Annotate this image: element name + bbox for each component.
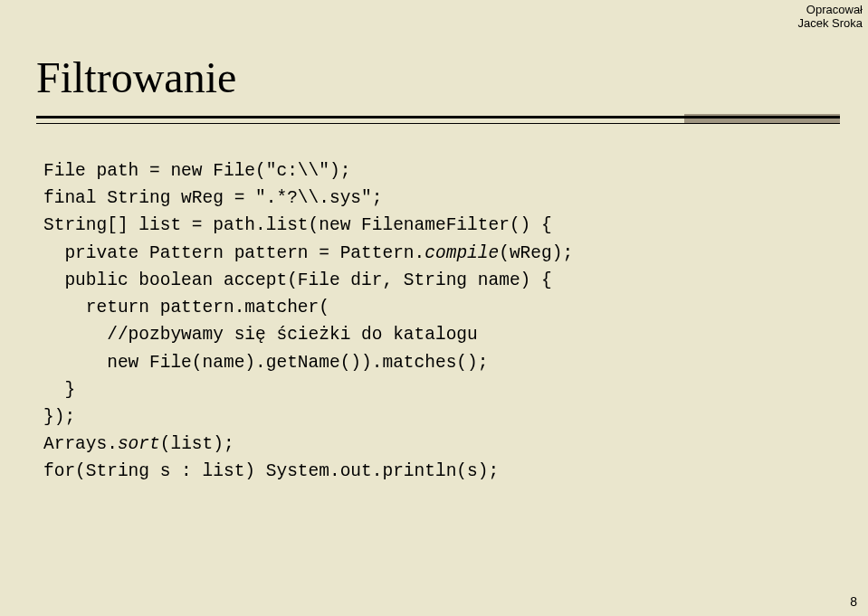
code-line: //pozbywamy się ścieżki do katalogu	[43, 325, 478, 345]
slide-title: Filtrowanie	[36, 52, 236, 102]
code-line: for(String s : list) System.out.println(…	[43, 461, 499, 481]
code-italic: sort	[118, 434, 160, 454]
code-line: Arrays.	[43, 434, 118, 454]
code-line: }	[43, 380, 75, 400]
code-line: public boolean accept(File dir, String n…	[43, 270, 552, 290]
author-credit: Opracował Jacek Sroka	[797, 4, 863, 31]
code-line: File path = new File("c:\\");	[43, 161, 350, 181]
author-line1: Opracował	[797, 4, 863, 17]
author-line2: Jacek Sroka	[797, 17, 863, 31]
page-number: 8	[850, 594, 857, 609]
code-block: File path = new File("c:\\"); final Stri…	[43, 157, 573, 486]
code-italic: compile	[424, 243, 499, 263]
code-line: private Pattern pattern = Pattern.	[43, 243, 424, 263]
divider-thin	[36, 123, 840, 124]
code-line: final String wReg = ".*?\\.sys";	[43, 188, 382, 208]
divider-thick	[36, 116, 840, 118]
code-line: return pattern.matcher(	[43, 298, 329, 317]
code-line: });	[43, 407, 75, 427]
code-line: new File(name).getName()).matches();	[43, 353, 488, 373]
code-line: (wReg);	[499, 243, 573, 263]
code-line: (list);	[160, 434, 234, 454]
code-line: String[] list = path.list(new FilenameFi…	[43, 215, 552, 235]
title-divider	[36, 116, 840, 124]
